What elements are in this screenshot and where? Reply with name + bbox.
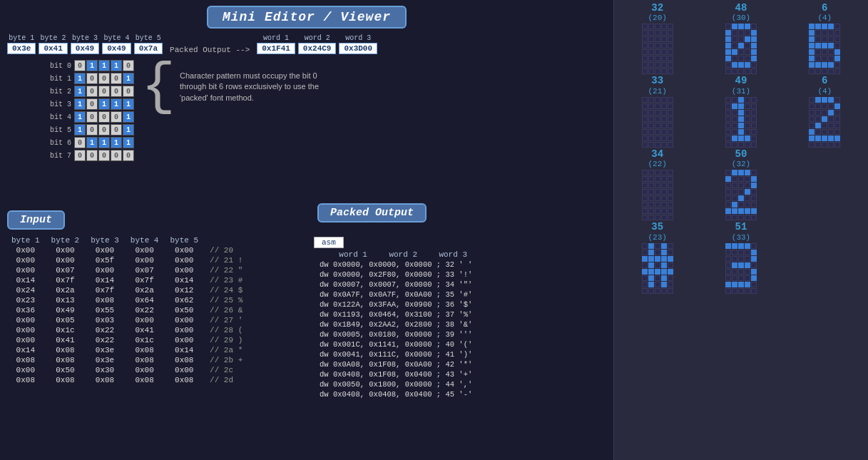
- table-row: 0x000x410x220x1c0x00// 29 ): [6, 335, 248, 345]
- pixel: [655, 250, 660, 255]
- bit-cell: 1: [123, 98, 134, 110]
- pixel: [642, 176, 648, 182]
- pixel: [809, 49, 815, 55]
- packed-col-header: word 3: [428, 250, 478, 260]
- pixel: [738, 282, 744, 287]
- asm-code-cell: dw 0x1193, 0x0464, 0x3100 ; 37 '%': [314, 310, 478, 320]
- pixel: [668, 110, 673, 116]
- pixel: [648, 176, 654, 182]
- input-table: byte 1byte 2byte 3byte 4byte 5 0x000x000…: [6, 235, 248, 385]
- bit-cell: 0: [86, 150, 98, 161]
- table-row: 0x230x130x080x640x62// 25 %: [6, 295, 248, 305]
- pixel: [655, 208, 660, 214]
- pixel: [661, 123, 667, 128]
- pixel: [828, 116, 834, 122]
- pixel: [751, 30, 757, 36]
- pixel: [809, 103, 815, 109]
- bit-row: bit 510001: [50, 124, 134, 136]
- pixel: [809, 136, 815, 141]
- pixel: [732, 215, 737, 220]
- pixel: [738, 97, 744, 103]
- pixel: [809, 116, 815, 122]
- pixel: [815, 136, 821, 141]
- pixel: [725, 24, 731, 29]
- pixel: [751, 183, 757, 188]
- asm-code-cell: dw 0x001C, 0x1141, 0x0000 ; 40 '(': [314, 339, 478, 349]
- pixel: [809, 30, 815, 36]
- pixel: [725, 183, 731, 188]
- asm-code-cell: dw 0x0408, 0x0408, 0x0400 ; 45 '-': [314, 389, 478, 399]
- pixel: [751, 136, 757, 141]
- char-sub: (30): [732, 14, 750, 22]
- pixel: [822, 24, 827, 29]
- packed-title: Packed Output: [317, 203, 427, 223]
- pixel: [809, 123, 815, 128]
- comment-cell: // 24 $: [204, 285, 248, 295]
- table-row: 0x140x080x3e0x080x14// 2a *: [6, 345, 248, 355]
- bit-row: bit 110001: [50, 73, 134, 84]
- pixel: [732, 183, 737, 188]
- byte-cell: 0x3e: [85, 345, 125, 355]
- pixel: [725, 215, 731, 220]
- pixel: [725, 142, 731, 148]
- pixel: [751, 243, 757, 249]
- pixel: [642, 62, 648, 68]
- pixel: [745, 24, 750, 29]
- byte-cell: 0x00: [164, 255, 204, 265]
- pixel: [815, 129, 821, 135]
- pixel: [822, 110, 827, 116]
- pixel: [648, 170, 654, 175]
- pixel: [738, 176, 744, 182]
- asm-tab[interactable]: asm: [314, 237, 344, 248]
- bit-cell: 1: [98, 98, 110, 110]
- bit-cell: 1: [98, 137, 110, 148]
- bit-cell: 1: [74, 86, 86, 97]
- bit-cell: 1: [111, 137, 122, 148]
- table-row: 0x000x070x000x070x00// 22 ": [6, 265, 248, 275]
- byte-cell: 0x14: [6, 275, 46, 285]
- pixel: [828, 56, 834, 61]
- pixel: [738, 208, 744, 214]
- pixel: [661, 49, 667, 55]
- byte-cell: 0x00: [6, 335, 46, 345]
- pixel: [732, 103, 737, 109]
- pixel: [815, 24, 821, 29]
- pixel: [834, 43, 840, 48]
- byte-cell: 0x62: [164, 295, 204, 305]
- input-col-header: byte 4: [125, 235, 165, 245]
- pixel: [655, 275, 660, 281]
- pixel: [725, 30, 731, 36]
- byte4-label: byte 4: [103, 34, 129, 42]
- pixel: [745, 136, 750, 141]
- pixel: [725, 208, 731, 214]
- pixel: [732, 262, 737, 268]
- pixel: [751, 189, 757, 195]
- byte-cell: 0x50: [164, 305, 204, 315]
- pixel: [725, 43, 731, 48]
- byte-cell: 0x08: [125, 345, 165, 355]
- table-row: dw 0x0000, 0x2F80, 0x0000 ; 33 '!': [314, 270, 478, 280]
- pixel: [809, 110, 815, 116]
- table-row: 0x360x490x550x220x50// 26 &: [6, 305, 248, 315]
- asm-code-cell: dw 0x0A7F, 0x0A7F, 0x0A00 ; 35 '#': [314, 290, 478, 300]
- bit-row: bit 700000: [50, 150, 134, 161]
- pixel: [745, 68, 750, 74]
- bit-cell: 0: [74, 137, 86, 148]
- pixel: [668, 43, 673, 48]
- byte-cell: 0x08: [46, 355, 86, 365]
- bit-cell: 0: [86, 124, 98, 136]
- comment-cell: // 2a *: [204, 345, 248, 355]
- pixel: [828, 123, 834, 128]
- char-item: 34(22): [617, 149, 698, 220]
- pixel: [725, 103, 731, 109]
- byte-cell: 0x7f: [85, 285, 125, 295]
- pixel: [655, 195, 660, 201]
- pixel: [655, 103, 660, 109]
- pixel: [648, 250, 654, 255]
- pixel: [648, 30, 654, 36]
- pixel: [668, 136, 673, 141]
- char-column-3: 6(4)6(4): [785, 3, 865, 457]
- pixel: [732, 202, 737, 208]
- pixel: [655, 183, 660, 188]
- byte-cell: 0x22: [85, 325, 125, 335]
